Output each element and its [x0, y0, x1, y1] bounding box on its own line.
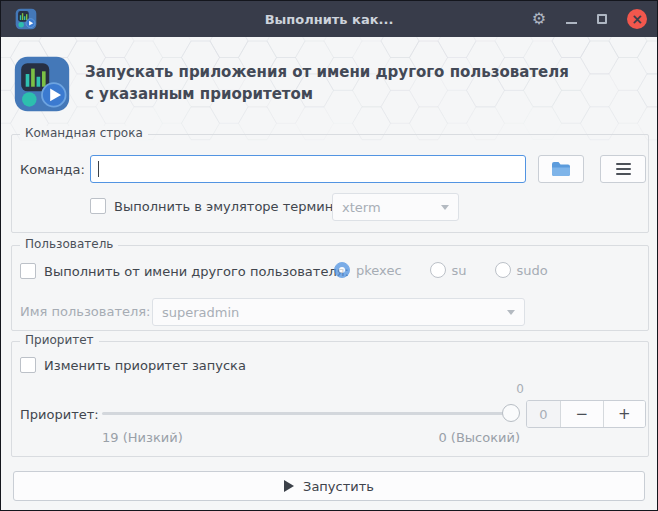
run-button-label: Запустить [303, 479, 374, 494]
chevron-down-icon [441, 205, 449, 210]
run-as-other-user-checkbox[interactable] [20, 263, 36, 279]
radio-pkexec-circle [334, 262, 350, 278]
slider-value-hint: 0 [500, 382, 524, 396]
menu-button[interactable] [600, 155, 646, 183]
spin-plus-button[interactable]: + [604, 401, 646, 427]
close-icon[interactable]: × [627, 9, 647, 29]
terminal-checkbox-label: Выполнить в эмуляторе терминала [114, 199, 358, 214]
hamburger-menu-icon [616, 163, 631, 175]
app-icon-large [13, 55, 71, 113]
terminal-checkbox[interactable] [90, 198, 106, 214]
spin-minus-button[interactable]: − [561, 401, 604, 427]
titlebar[interactable]: Выполнить как... ⚙ × [1, 1, 657, 37]
priority-group-legend: Приоритет [20, 333, 99, 347]
user-group: Пользователь Выполнить от имени другого … [11, 245, 649, 331]
username-select[interactable]: superadmin [152, 298, 525, 326]
folder-icon [551, 161, 571, 177]
username-label: Имя пользователя: [20, 304, 150, 319]
user-group-legend: Пользователь [20, 237, 118, 251]
run-as-window: Выполнить как... ⚙ × Запускать приложени… [0, 0, 658, 511]
restore-icon[interactable] [597, 14, 607, 24]
change-priority-label: Изменить приоритет запуска [44, 358, 246, 373]
run-button[interactable]: Запустить [13, 471, 645, 501]
text-caret [98, 161, 99, 177]
command-label: Команда: [20, 162, 85, 177]
radio-su[interactable]: su [430, 262, 467, 278]
command-input[interactable] [90, 155, 526, 183]
command-input-wrap [90, 155, 526, 183]
priority-slider-track[interactable] [102, 412, 514, 415]
terminal-emulator-value: xterm [342, 200, 381, 215]
page-title-line2: с указанным приоритетом [85, 83, 569, 105]
radio-sudo-label: sudo [517, 263, 548, 278]
radio-sudo-circle [495, 262, 511, 278]
run-as-other-user-label: Выполнить от имени другого пользователя: [44, 264, 349, 279]
settings-gear-icon[interactable]: ⚙ [532, 11, 546, 27]
page-title-line1: Запускать приложения от имени другого по… [85, 61, 569, 83]
radio-sudo[interactable]: sudo [495, 262, 548, 278]
username-value: superadmin [162, 305, 239, 320]
radio-su-label: su [452, 263, 467, 278]
minimize-icon[interactable] [566, 22, 577, 24]
radio-pkexec-label: pkexec [356, 263, 402, 278]
priority-slider-handle[interactable] [502, 404, 520, 422]
priority-scale-low: 19 (Низкий) [102, 430, 183, 445]
page-title: Запускать приложения от имени другого по… [85, 55, 569, 113]
priority-label: Приоритет: [20, 407, 99, 422]
priority-scale-high: 0 (Высокий) [438, 430, 520, 445]
priority-group: Приоритет Изменить приоритет запуска 0 П… [11, 341, 649, 457]
auth-method-radio-group: pkexec su sudo [334, 262, 548, 278]
browse-file-button[interactable] [538, 155, 584, 183]
window-controls: ⚙ × [532, 1, 647, 37]
radio-pkexec[interactable]: pkexec [334, 262, 402, 278]
priority-spin-value: 0 [527, 401, 561, 427]
priority-spinbox: 0 − + [526, 400, 646, 428]
command-group-legend: Командная строка [20, 126, 148, 140]
command-group: Командная строка Команда: Выполнить в эм… [11, 134, 649, 233]
header: Запускать приложения от имени другого по… [13, 55, 645, 113]
chevron-down-icon [507, 310, 515, 315]
change-priority-checkbox[interactable] [20, 357, 36, 373]
radio-su-circle [430, 262, 446, 278]
terminal-emulator-select[interactable]: xterm [332, 193, 459, 221]
play-icon [284, 480, 294, 492]
